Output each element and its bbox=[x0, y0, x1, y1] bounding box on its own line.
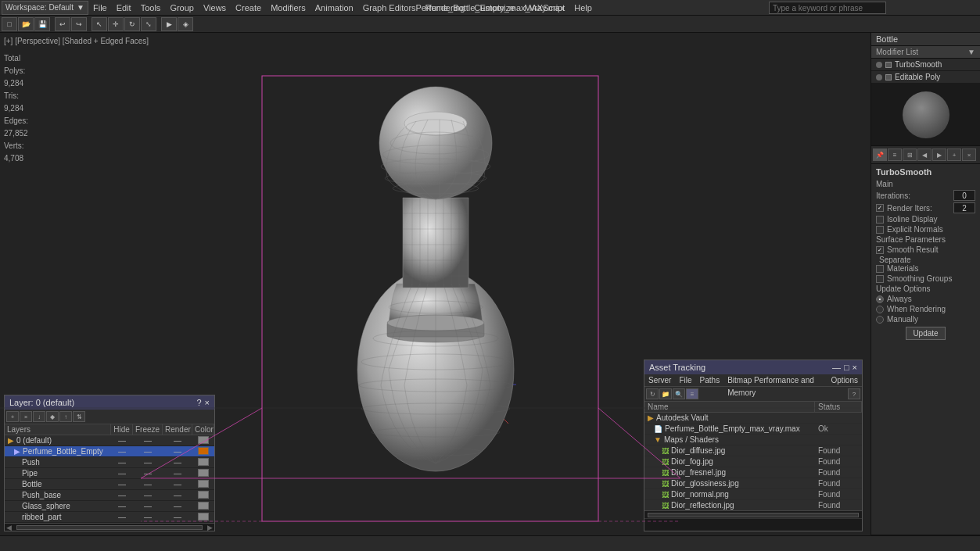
modifier-eye-turbosmoooth[interactable] bbox=[876, 62, 882, 68]
asset-row-fog[interactable]: 🖼Dior_fog.jpg Found bbox=[644, 456, 862, 467]
materials-label: Materials bbox=[887, 264, 975, 273]
toolbar-rotate[interactable]: ↻ bbox=[124, 17, 140, 31]
update-button[interactable]: Update bbox=[906, 327, 945, 340]
explicit-check[interactable] bbox=[876, 226, 884, 234]
layer-color-perfume[interactable] bbox=[192, 447, 214, 456]
smooth-result-check[interactable] bbox=[876, 246, 884, 254]
layer-color-default[interactable] bbox=[192, 436, 214, 445]
menu-views[interactable]: Views bbox=[199, 0, 231, 16]
asset-menu-bitmap[interactable]: Bitmap Performance and Memory bbox=[723, 374, 827, 386]
asset-tb-list[interactable]: ≡ bbox=[686, 388, 698, 399]
layer-tb-new[interactable]: + bbox=[6, 411, 19, 422]
toolbar-undo[interactable]: ↩ bbox=[55, 17, 70, 31]
asset-row-fresnel[interactable]: 🖼Dior_fresnel.jpg Found bbox=[644, 467, 862, 478]
toolbar-move[interactable]: ✛ bbox=[108, 17, 124, 31]
asset-tb-refresh[interactable]: ↻ bbox=[646, 388, 659, 399]
layer-row-glass-sphere[interactable]: Glass_sphere — — — bbox=[5, 501, 214, 512]
asset-row-diffuse[interactable]: 🖼Dior_diffuse.jpg Found bbox=[644, 445, 862, 456]
layer-tb-add[interactable]: ↓ bbox=[33, 411, 45, 422]
asset-row-glossiness[interactable]: 🖼Dior_glossiness.jpg Found bbox=[644, 478, 862, 489]
asset-menu-options[interactable]: Options bbox=[827, 374, 862, 386]
toolbar-save[interactable]: 💾 bbox=[34, 17, 50, 31]
layer-tb-sel[interactable]: ◆ bbox=[46, 411, 59, 422]
search-input[interactable] bbox=[769, 2, 886, 14]
materials-check[interactable] bbox=[876, 265, 884, 273]
layer-row-default[interactable]: ▶ 0 (default) — — — bbox=[5, 435, 214, 446]
modifier-eye-poly[interactable] bbox=[876, 74, 882, 81]
asset-menu-server[interactable]: Server bbox=[644, 374, 675, 386]
always-label: Always bbox=[887, 295, 975, 303]
layer-help-btn[interactable]: ? bbox=[196, 398, 201, 407]
asset-tb-folder[interactable]: 📁 bbox=[659, 388, 672, 399]
toolbar-scale[interactable]: ⤡ bbox=[141, 17, 156, 31]
menu-modifiers[interactable]: Modifiers bbox=[266, 0, 311, 16]
layer-row-perfume[interactable]: ▶ Perfume_Bottle_Empty — — — bbox=[5, 446, 214, 457]
asset-scroll-track[interactable] bbox=[648, 513, 859, 517]
asset-tb-help[interactable]: ? bbox=[848, 388, 860, 399]
manually-radio[interactable] bbox=[876, 316, 884, 324]
asset-menu-file[interactable]: File bbox=[675, 374, 695, 386]
smoothing-row: Smoothing Groups bbox=[876, 274, 975, 283]
layer-tb-sort[interactable]: ⇅ bbox=[73, 411, 85, 422]
asset-maximize-btn[interactable]: □ bbox=[844, 363, 849, 372]
layer-row-push[interactable]: Push — — — bbox=[5, 457, 214, 468]
icon-next[interactable]: ▶ bbox=[932, 148, 946, 161]
modifier-list-arrow[interactable]: ▼ bbox=[967, 48, 975, 56]
modifier-list-label: Modifier List bbox=[876, 48, 918, 56]
asset-row-mainfile[interactable]: 📄Perfume_Bottle_Empty_max_vray.max Ok bbox=[644, 424, 862, 435]
asset-minimize-btn[interactable]: — bbox=[832, 363, 841, 372]
toolbar-new[interactable]: □ bbox=[2, 17, 17, 31]
layer-row-push-base[interactable]: Push_base — — — bbox=[5, 490, 214, 501]
modifier-check-turbosmoooth[interactable] bbox=[885, 62, 892, 68]
menu-create[interactable]: Create bbox=[231, 0, 266, 16]
menu-animation[interactable]: Animation bbox=[311, 0, 358, 16]
asset-row-reflection[interactable]: 🖼Dior_reflection.jpg Found bbox=[644, 500, 862, 510]
when-rendering-radio[interactable] bbox=[876, 306, 884, 313]
menu-group[interactable]: Group bbox=[165, 0, 199, 16]
asset-tb-find[interactable]: 🔍 bbox=[673, 388, 685, 399]
modifier-turbosmoooth[interactable]: TurboSmooth bbox=[871, 59, 980, 71]
asset-close-btn[interactable]: × bbox=[853, 363, 857, 372]
icon-prev[interactable]: ◀ bbox=[917, 148, 932, 161]
render-iters-check[interactable] bbox=[876, 204, 884, 212]
modifier-check-poly[interactable] bbox=[885, 74, 892, 81]
layer-row-bottle[interactable]: Bottle — — — bbox=[5, 479, 214, 490]
layer-scrollbar[interactable]: ◀ ▶ bbox=[5, 523, 214, 531]
toolbar-open[interactable]: 📂 bbox=[18, 17, 34, 31]
isoline-check[interactable] bbox=[876, 216, 884, 224]
menu-edit[interactable]: Edit bbox=[112, 0, 136, 16]
always-radio[interactable] bbox=[876, 295, 884, 303]
layer-row-ribbed[interactable]: ribbed_part — — — bbox=[5, 512, 214, 523]
toolbar-redo[interactable]: ↪ bbox=[71, 17, 87, 31]
toolbar-select[interactable]: ↖ bbox=[92, 17, 107, 31]
menu-graph-editors[interactable]: Graph Editors bbox=[358, 0, 421, 16]
layer-tb-move[interactable]: ↑ bbox=[59, 411, 72, 422]
icon-list[interactable]: ≡ bbox=[888, 148, 902, 161]
modifier-editable-poly[interactable]: Editable Poly bbox=[871, 71, 980, 84]
asset-scrollbar[interactable] bbox=[644, 510, 862, 518]
stats-polys: Polys: 9,284 bbox=[4, 65, 28, 90]
iterations-input[interactable] bbox=[953, 190, 975, 201]
icon-del[interactable]: × bbox=[962, 148, 976, 161]
layer-tb-del[interactable]: × bbox=[20, 411, 32, 422]
layer-close-btn[interactable]: × bbox=[205, 398, 210, 407]
asset-row-maps[interactable]: ▼Maps / Shaders bbox=[644, 435, 862, 445]
toolbar-material[interactable]: ◈ bbox=[178, 17, 193, 31]
toolbar-render[interactable]: ▶ bbox=[161, 17, 177, 31]
render-iters-input[interactable] bbox=[953, 202, 975, 213]
turbosmoooth-panel: TurboSmooth Main Iterations: Render Iter… bbox=[871, 164, 980, 535]
asset-row-vault[interactable]: ▶Autodesk Vault bbox=[644, 413, 862, 424]
asset-titlebar: Asset Tracking — □ × bbox=[644, 360, 862, 374]
asset-row-normal[interactable]: 🖼Dior_normal.png Found bbox=[644, 489, 862, 500]
menu-tools[interactable]: Tools bbox=[136, 0, 166, 16]
icon-grid[interactable]: ⊞ bbox=[903, 148, 917, 161]
asset-menu-paths[interactable]: Paths bbox=[696, 374, 724, 386]
menu-file[interactable]: File bbox=[88, 0, 112, 16]
workspace-dropdown[interactable]: Workspace: Default ▼ bbox=[2, 1, 88, 15]
layer-row-pipe[interactable]: Pipe — — — bbox=[5, 468, 214, 479]
icon-add[interactable]: + bbox=[947, 148, 961, 161]
menu-help[interactable]: Help bbox=[569, 0, 597, 16]
layer-scroll-track[interactable] bbox=[16, 525, 203, 530]
smoothing-check[interactable] bbox=[876, 275, 884, 283]
icon-pin[interactable]: 📌 bbox=[873, 148, 887, 161]
